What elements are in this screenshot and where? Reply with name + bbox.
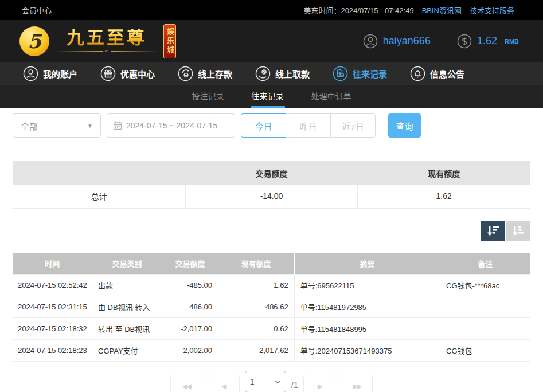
next-page-button[interactable]: ▶ [303,375,335,392]
chevron-left-icon: ◀ [221,382,225,390]
user-account[interactable]: haiyan666 [363,34,431,49]
nav-announcements[interactable]: 信息公告 [410,66,464,81]
cell-summary: 单号:202407153671493375 [294,340,440,362]
col-time: 时间 [13,253,92,275]
account-icon [23,66,38,81]
nav-deposit[interactable]: 线上存款 [178,66,232,81]
double-chevron-right-icon: ▶▶ [353,382,361,390]
col-note: 备注 [440,253,530,275]
withdraw-icon [255,66,271,81]
cell-amount: -2,017.00 [162,318,218,340]
tab-transaction-records[interactable]: 往来记录 [251,85,285,108]
breadcrumb: 会员中心 [22,5,52,15]
sub-nav: 投注记录 往来记录 处理中订单 [0,85,543,108]
balance-amount: 1.62 [477,35,497,47]
cell-type: 出款 [92,275,162,296]
site-logo[interactable]: 5 九五至尊 ∞ 娱乐城 [19,24,176,58]
cell-balance: 486.62 [218,296,295,318]
chevron-down-icon [275,380,281,384]
cell-time: 2024-07-15 02:52:42 [13,275,92,296]
summary-col-empty [13,161,186,185]
range-7days-button[interactable]: 近7日 [330,113,376,138]
double-chevron-left-icon: ◀◀ [182,382,190,390]
category-select-value: 全部 [21,120,38,132]
top-bar: 会员中心 美东时间：2024/07/15 - 07:42:49 BBIN资讯网 … [0,0,543,20]
range-today-button[interactable]: 今日 [241,113,286,138]
nav-promotions[interactable]: 优惠中心 [100,66,155,81]
cell-summary: 单号:115481848995 [294,318,440,340]
cell-balance: 1.62 [218,275,295,296]
username: haiyan666 [383,35,431,47]
nav-label: 信息公告 [430,68,464,80]
logo-flourish-icon: ∞ [55,49,158,54]
nav-label: 优惠中心 [120,68,155,80]
nav-label: 往来记录 [353,68,387,80]
category-select[interactable]: 全部 ▼ [13,113,101,138]
server-time-value: 2024/07/15 - 07:42:49 [341,6,413,15]
sort-asc-button[interactable] [506,221,530,241]
filter-row: 全部 ▼ 2024-07-15 ~ 2024-07-15 今日 昨日 近7日 查… [13,113,530,138]
cell-type: CGPAY支付 [92,340,162,362]
content-area: 全部 ▼ 2024-07-15 ~ 2024-07-15 今日 昨日 近7日 查… [0,108,543,392]
sort-desc-icon [487,225,499,237]
wallet-balance[interactable]: 1.62 RMB [457,34,519,49]
nav-label: 我的账户 [43,68,77,80]
page-select-value: 1 [250,377,255,386]
server-time: 美东时间：2024/07/15 - 07:42:49 [303,5,413,15]
member-center-page: 会员中心 美东时间：2024/07/15 - 07:42:49 BBIN资讯网 … [0,0,543,392]
sort-asc-icon [512,225,525,237]
cell-amount: 2,002.00 [162,340,218,362]
cell-balance: 2,017.62 [218,340,295,362]
tab-bet-records[interactable]: 投注记录 [191,85,225,108]
summary-current-balance: 1.62 [358,185,530,208]
header-user-area: haiyan666 1.62 RMB [363,34,519,49]
search-button[interactable]: 查询 [388,113,421,138]
page-select[interactable]: 1 [245,371,286,392]
table-row: 2024-07-15 02:31:15 由 DB视讯 转入 486.00 486… [13,296,530,318]
tab-pending-orders[interactable]: 处理中订单 [310,85,353,108]
calendar-icon [113,121,122,130]
sort-controls [13,221,530,241]
range-yesterday-button[interactable]: 昨日 [286,113,331,138]
nav-label: 线上存款 [198,68,232,80]
cell-balance: 0.62 [218,318,295,340]
records-table: 时间 交易类别 交易额度 现有额度 摘要 备注 2024-07-15 02:52… [13,253,530,362]
user-icon [363,34,378,49]
cell-amount: 486.00 [162,296,218,318]
col-type: 交易类别 [92,253,162,275]
nav-transaction-records[interactable]: 往来记录 [333,66,387,81]
server-time-label: 美东时间： [303,6,341,15]
col-balance: 现有额度 [218,253,295,275]
cell-note: CG钱包-***68ac [440,275,530,296]
logo-badge: 娱乐城 [163,24,176,58]
nav-withdraw[interactable]: 线上取款 [255,66,310,81]
cell-summary: 单号:695622115 [294,275,440,296]
support-link[interactable]: 技术支持服务 [470,5,514,15]
logo-title: 九五至尊 [67,29,147,46]
site-header: 5 九五至尊 ∞ 娱乐城 haiyan666 [0,20,543,62]
summary-total-label: 总计 [13,185,186,208]
deposit-icon [178,66,193,81]
prev-page-button[interactable]: ◀ [208,375,240,392]
bbin-news-link[interactable]: BBIN资讯网 [422,5,462,15]
sort-desc-button[interactable] [481,221,505,241]
date-range-input[interactable]: 2024-07-15 ~ 2024-07-15 [107,113,235,138]
col-amount: 交易额度 [162,253,218,275]
last-page-button[interactable]: ▶▶ [341,375,373,392]
cell-note [440,318,530,340]
bell-icon [410,66,425,81]
records-icon [333,66,348,81]
first-page-button[interactable]: ◀◀ [170,375,202,392]
summary-col-balance: 现有额度 [358,161,530,185]
summary-total-row: 总计 -14.00 1.62 [13,185,530,208]
logo-circle-icon: 5 [19,26,49,56]
cell-note: CG钱包 [440,340,530,362]
cell-time: 2024-07-15 02:18:32 [13,318,92,340]
date-range-value: 2024-07-15 ~ 2024-07-15 [126,121,217,130]
quick-range-group: 今日 昨日 近7日 [241,113,376,138]
summary-col-transaction: 交易额度 [185,161,358,185]
cell-summary: 单号:115481972985 [294,296,440,318]
nav-my-account[interactable]: 我的账户 [23,66,77,81]
summary-transaction-amount: -14.00 [185,185,358,208]
summary-header-row: 交易额度 现有额度 [13,161,530,185]
